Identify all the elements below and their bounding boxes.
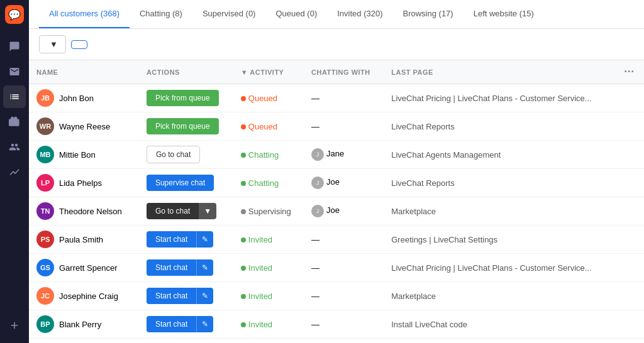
col-chatting-with: CHATTING WITH xyxy=(304,60,384,84)
sidebar-item-reports[interactable] xyxy=(3,161,26,183)
table-header-row: NAME ACTIONS ▼ ACTIVITY CHATTING WITH LA… xyxy=(29,60,644,84)
row-actions-cell xyxy=(616,169,644,197)
start-chat-button[interactable]: Start chat xyxy=(147,316,196,332)
action-edit-button[interactable]: ✎ xyxy=(196,288,213,304)
action-cell: Start chat ✎ xyxy=(139,282,233,310)
action-cell: Start chat ✎ xyxy=(139,339,233,344)
chatting-with-cell: — xyxy=(304,310,384,339)
sidebar-item-message[interactable] xyxy=(3,60,26,83)
customer-name-cell: GS Garrett Spencer xyxy=(29,254,139,282)
status-dot xyxy=(241,322,246,327)
start-chat-button[interactable]: Start chat xyxy=(147,288,196,304)
customer-name-text: John Bon xyxy=(59,94,94,103)
last-page-text: LiveChat Reports xyxy=(391,178,454,188)
chatting-with-cell: — xyxy=(304,112,384,141)
more-options-icon[interactable]: ··· xyxy=(624,65,635,78)
tab-chatting[interactable]: Chatting (8) xyxy=(130,0,192,28)
customer-name-cell: MH Mattie Holt xyxy=(29,339,139,344)
customer-name-cell: JC Josephine Craig xyxy=(29,282,139,310)
row-actions-cell xyxy=(616,282,644,310)
activity-cell: Invited xyxy=(233,254,304,282)
last-page-cell: LiveChat Pricing | LiveChat Plans - Cust… xyxy=(384,84,616,112)
customer-name-text: Lida Phelps xyxy=(59,178,102,188)
last-page-cell: LiveChat Reports xyxy=(384,112,616,141)
chatting-with-cell: JJoe xyxy=(304,169,384,197)
row-actions-cell xyxy=(616,197,644,226)
table-row: JC Josephine Craig Start chat ✎ Invited—… xyxy=(29,282,644,310)
customer-name-text: Josephine Craig xyxy=(59,291,118,301)
add-filter-button[interactable] xyxy=(71,40,87,49)
row-actions-cell xyxy=(616,141,644,169)
avatar: PS xyxy=(36,231,54,248)
sidebar: 💬 xyxy=(0,0,29,343)
start-chat-button[interactable]: Start chat xyxy=(147,231,196,248)
last-page-text: Greetings | LiveChat Settings xyxy=(391,235,497,244)
action-edit-button[interactable]: ✎ xyxy=(196,231,213,248)
customer-name: TN Theodore Nelson xyxy=(36,202,131,220)
status-dot xyxy=(241,237,246,242)
app-logo[interactable]: 💬 xyxy=(5,5,24,24)
go-to-chat-button[interactable]: Go to chat xyxy=(147,203,199,219)
row-actions-cell xyxy=(616,339,644,344)
customer-name-cell: LP Lida Phelps xyxy=(29,169,139,197)
customer-name: PS Paula Smith xyxy=(36,231,131,248)
activity-cell: Queued xyxy=(233,84,304,112)
table-row: PS Paula Smith Start chat ✎ Invited—Gree… xyxy=(29,226,644,254)
action-group: Start chat ✎ xyxy=(147,231,226,248)
row-actions-cell xyxy=(616,310,644,339)
action-edit-button[interactable]: ✎ xyxy=(196,316,213,332)
last-page-cell: Greetings | LiveChat Settings xyxy=(384,226,616,254)
tab-all-customers[interactable]: All customers (368) xyxy=(39,0,130,28)
no-agent: — xyxy=(311,235,319,244)
customer-name-text: Blank Perry xyxy=(59,320,101,329)
no-agent: — xyxy=(311,94,319,103)
supervise-chat-button[interactable]: Supervise chat xyxy=(147,175,214,191)
status-badge: Queued xyxy=(241,94,277,103)
table-row: MB Mittie Bon Go to chatChattingJJaneLiv… xyxy=(29,141,644,169)
agent-info: JJoe xyxy=(311,177,340,187)
status-dot xyxy=(241,124,246,129)
customer-name: WR Wayne Reese xyxy=(36,117,131,135)
col-name: NAME xyxy=(29,60,139,84)
last-page-cell: Install LiveChat code xyxy=(384,310,616,339)
row-actions-cell xyxy=(616,254,644,282)
go-to-chat-button[interactable]: Go to chat xyxy=(147,146,200,163)
action-cell: Go to chat ▼ xyxy=(139,197,233,226)
sidebar-item-customers[interactable] xyxy=(3,85,26,108)
tab-supervised[interactable]: Supervised (0) xyxy=(192,0,266,28)
activity-cell: Invited xyxy=(233,282,304,310)
tab-queued[interactable]: Queued (0) xyxy=(265,0,327,28)
agent-info: JJoe xyxy=(311,205,340,215)
match-all-filters-button[interactable]: ▼ xyxy=(39,35,66,53)
tab-invited[interactable]: Invited (320) xyxy=(327,0,392,28)
chatting-with-cell: — xyxy=(304,226,384,254)
sidebar-item-chat[interactable] xyxy=(3,35,26,58)
sidebar-item-agents[interactable] xyxy=(3,136,26,158)
status-badge: Invited xyxy=(241,291,272,301)
avatar: WR xyxy=(36,117,54,135)
chatting-with-cell: — xyxy=(304,339,384,344)
table-row: GS Garrett Spencer Start chat ✎ Invited—… xyxy=(29,254,644,282)
action-expand-button[interactable]: ▼ xyxy=(199,203,216,219)
customer-name-cell: TN Theodore Nelson xyxy=(29,197,139,226)
customer-name: LP Lida Phelps xyxy=(36,174,131,192)
table-row: MH Mattie Holt Start chat ✎ Invited—Live… xyxy=(29,339,644,344)
activity-cell: Chatting xyxy=(233,169,304,197)
avatar: TN xyxy=(36,202,54,220)
pick-from-queue-button[interactable]: Pick from queue xyxy=(147,90,219,106)
activity-cell: Queued xyxy=(233,112,304,141)
chatting-with-cell: — xyxy=(304,84,384,112)
sidebar-item-archives[interactable] xyxy=(3,111,26,133)
last-page-text: LiveChat Agents Management xyxy=(391,150,501,160)
sidebar-item-add[interactable] xyxy=(3,314,26,337)
action-edit-button[interactable]: ✎ xyxy=(196,259,213,276)
pick-from-queue-button[interactable]: Pick from queue xyxy=(147,118,219,134)
chatting-with-cell: JJoe xyxy=(304,197,384,226)
filter-bar: ▼ xyxy=(29,29,644,60)
tab-browsing[interactable]: Browsing (17) xyxy=(392,0,463,28)
tab-left-website[interactable]: Left website (15) xyxy=(464,0,544,28)
start-chat-button[interactable]: Start chat xyxy=(147,259,196,276)
row-actions-cell xyxy=(616,84,644,112)
agent-avatar: J xyxy=(311,148,324,161)
action-cell: Start chat ✎ xyxy=(139,310,233,339)
